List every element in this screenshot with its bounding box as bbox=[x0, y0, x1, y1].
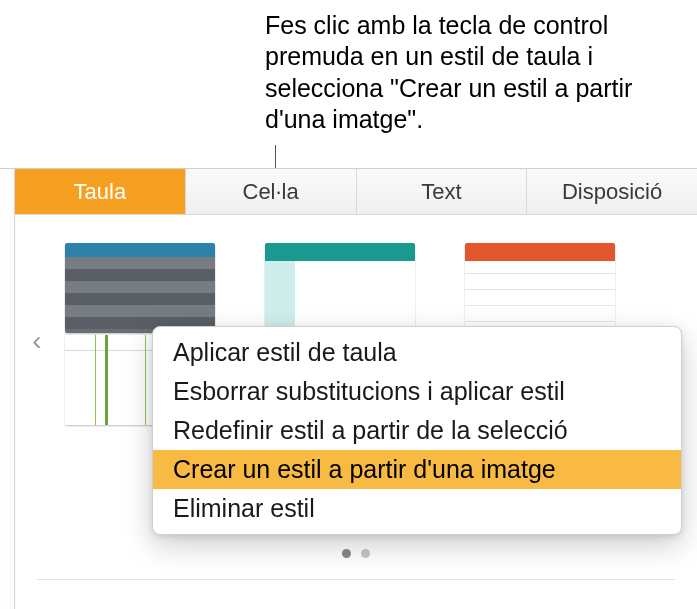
table-style-thumb-3[interactable] bbox=[465, 243, 615, 333]
styles-page-dot-1[interactable] bbox=[342, 549, 351, 558]
panel-separator bbox=[37, 579, 675, 580]
tab-cell[interactable]: Cel·la bbox=[186, 169, 357, 214]
menu-create-from-image[interactable]: Crear un estil a partir d'una imatge bbox=[153, 450, 681, 489]
table-style-thumb-2[interactable] bbox=[265, 243, 415, 333]
menu-redefine-from-selection[interactable]: Redefinir estil a partir de la selecció bbox=[153, 411, 681, 450]
menu-clear-overrides[interactable]: Esborrar substitucions i aplicar estil bbox=[153, 372, 681, 411]
instruction-callout: Fes clic amb la tecla de control premuda… bbox=[265, 10, 685, 135]
table-style-thumb-1[interactable] bbox=[65, 243, 215, 333]
table-style-context-menu: Aplicar estil de taula Esborrar substitu… bbox=[152, 326, 682, 535]
tab-table[interactable]: Taula bbox=[15, 169, 186, 214]
styles-prev-button[interactable]: ‹ bbox=[23, 318, 51, 364]
tab-text[interactable]: Text bbox=[357, 169, 528, 214]
chevron-left-icon: ‹ bbox=[32, 325, 41, 357]
styles-page-dot-2[interactable] bbox=[361, 549, 370, 558]
inspector-tabs: Taula Cel·la Text Disposició bbox=[15, 169, 697, 215]
menu-apply-style[interactable]: Aplicar estil de taula bbox=[153, 333, 681, 372]
styles-pagination bbox=[15, 549, 697, 558]
menu-delete-style[interactable]: Eliminar estil bbox=[153, 489, 681, 528]
tab-layout[interactable]: Disposició bbox=[527, 169, 697, 214]
